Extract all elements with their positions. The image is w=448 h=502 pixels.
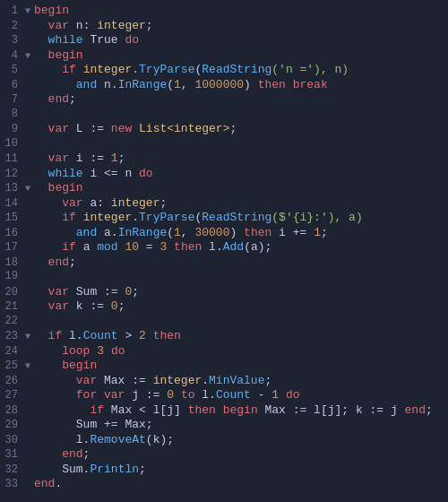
fold-icon <box>25 288 34 298</box>
code-token <box>104 344 111 358</box>
line-number: 1 <box>0 4 25 17</box>
code-token: var <box>34 299 76 313</box>
code-token: integer <box>111 196 160 210</box>
code-token: end <box>34 447 83 461</box>
code-line: 24 loop 3 do <box>0 344 448 359</box>
code-token: var <box>34 285 76 299</box>
fold-icon <box>25 391 34 401</box>
code-line: 16 and a.InRange(1, 30000) then i += 1; <box>0 226 448 241</box>
fold-icon <box>25 302 34 312</box>
code-token: n. <box>97 78 117 91</box>
line-number: 11 <box>0 152 25 165</box>
code-token: var <box>34 374 104 387</box>
code-token <box>34 63 62 76</box>
code-token: ; <box>118 151 125 165</box>
fold-icon <box>25 154 34 164</box>
code-token: var <box>34 122 76 135</box>
code-token: := <box>90 151 110 165</box>
code-token: 1 <box>111 151 118 165</box>
code-token: Add <box>223 240 244 254</box>
fold-icon[interactable]: ▼ <box>25 332 34 342</box>
fold-icon <box>25 376 34 386</box>
code-token: if <box>48 329 63 342</box>
code-token: i <= n <box>83 167 139 180</box>
code-token: if <box>62 211 76 224</box>
code-token <box>34 403 90 417</box>
code-token: a. <box>97 226 117 239</box>
code-token: ; <box>83 447 90 461</box>
fold-icon <box>25 229 34 238</box>
fold-icon <box>25 316 34 326</box>
code-token: k <box>76 299 90 313</box>
code-token: end <box>34 477 55 490</box>
code-token: end <box>34 255 69 269</box>
code-token: to <box>181 388 195 402</box>
code-token: InRange <box>118 226 168 239</box>
code-token: ('n ='), n) <box>271 63 349 76</box>
code-token: end <box>405 403 426 417</box>
code-token <box>34 78 76 91</box>
line-number: 22 <box>0 315 25 327</box>
code-token: ; <box>426 403 433 417</box>
code-token: 1 <box>271 388 279 402</box>
code-token: L <box>76 122 90 135</box>
code-token: := <box>90 122 110 135</box>
fold-icon[interactable]: ▼ <box>25 361 34 371</box>
code-token: := <box>132 374 152 387</box>
code-token: Sum. <box>34 463 90 476</box>
fold-icon <box>25 125 34 134</box>
line-number: 19 <box>0 270 25 282</box>
code-token: 3 <box>97 344 104 358</box>
code-token: ( <box>194 211 202 224</box>
line-number: 23 <box>0 330 25 342</box>
code-token: begin <box>34 181 83 195</box>
fold-icon[interactable]: ▼ <box>25 184 34 194</box>
code-token <box>34 211 62 224</box>
line-number: 15 <box>0 212 25 224</box>
code-line: 6 and n.InRange(1, 1000000) then break <box>0 78 448 93</box>
code-line: 7 end; <box>0 92 448 108</box>
code-token: 10 <box>125 240 139 254</box>
code-editor: 1▼begin2 var n: integer;3 while True do4… <box>0 0 448 502</box>
code-token: if <box>62 63 76 76</box>
code-token: ; <box>118 299 125 313</box>
code-token: new <box>111 122 139 135</box>
code-token: do <box>111 344 125 358</box>
code-token <box>34 388 76 402</box>
code-token <box>167 240 174 254</box>
code-token: - <box>251 388 271 402</box>
code-token: 30000 <box>194 226 229 239</box>
code-token: ; <box>69 92 76 106</box>
code-token: := <box>104 285 125 299</box>
line-number: 33 <box>0 478 25 490</box>
code-token: ; <box>132 285 139 299</box>
fold-icon <box>25 480 34 489</box>
fold-icon <box>25 109 34 119</box>
code-token <box>90 344 97 358</box>
fold-icon[interactable]: ▼ <box>25 51 34 61</box>
code-token: var <box>34 151 76 165</box>
code-token: 0 <box>111 299 118 313</box>
code-line: 8 <box>0 108 448 123</box>
fold-icon <box>25 36 34 46</box>
fold-icon <box>25 347 34 357</box>
line-number: 25 <box>0 359 25 372</box>
fold-icon <box>25 139 34 149</box>
code-token: ; <box>139 463 146 476</box>
code-token: := <box>146 388 167 402</box>
code-line: 3 while True do <box>0 33 448 48</box>
code-token: begin <box>34 4 69 17</box>
code-token: Sum += Max <box>34 418 146 431</box>
code-token: while <box>48 33 83 47</box>
code-token <box>146 329 153 342</box>
code-token: a <box>76 240 97 254</box>
code-token: integer <box>153 374 202 387</box>
code-token: , <box>181 226 195 239</box>
code-token: RemoveAt <box>90 433 145 446</box>
line-number: 26 <box>0 375 25 387</box>
code-line: 29 Sum += Max; <box>0 418 448 433</box>
code-token: TryParse <box>139 211 194 224</box>
line-number: 21 <box>0 300 25 313</box>
fold-icon[interactable]: ▼ <box>25 6 34 16</box>
line-number: 20 <box>0 286 25 299</box>
